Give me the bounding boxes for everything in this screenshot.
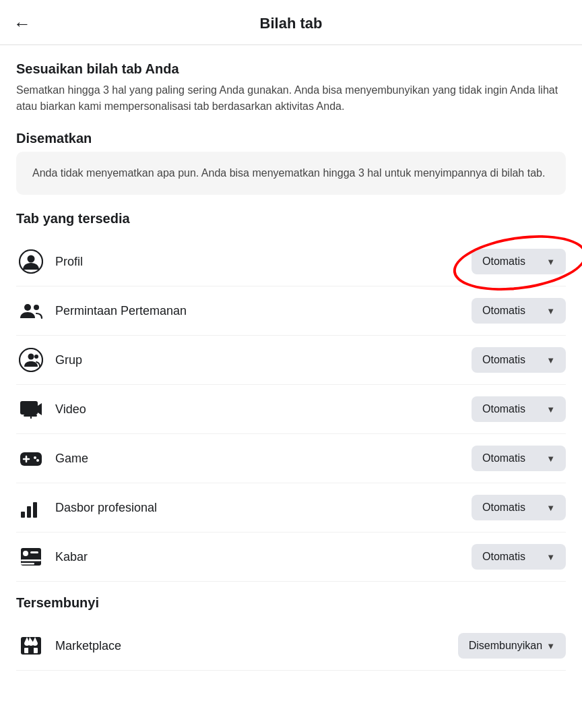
kabar-dropdown-label: Otomatis [482, 551, 525, 563]
svg-point-1 [28, 255, 35, 263]
svg-point-14 [34, 456, 36, 459]
tab-label-friends: Permintaan Pertemanan [55, 304, 187, 318]
svg-rect-17 [27, 506, 31, 518]
page-title: Bilah tab [260, 15, 323, 32]
svg-point-15 [36, 459, 39, 462]
tab-label-marketplace: Marketplace [55, 639, 121, 653]
svg-point-3 [34, 305, 39, 310]
tab-item-game: Game Otomatis ▼ [16, 434, 566, 483]
tab-label-kabar: Kabar [55, 550, 88, 564]
video-icon [16, 394, 46, 424]
dashboard-dropdown-arrow: ▼ [546, 503, 555, 513]
tab-label-dashboard: Dasbor profesional [55, 501, 157, 515]
svg-marker-8 [38, 403, 42, 415]
kabar-dropdown-arrow: ▼ [546, 552, 555, 562]
available-tabs-section: Tab yang tersedia Profil Otomatis ▼ [16, 211, 566, 582]
tab-label-grup: Grup [55, 353, 82, 367]
marketplace-icon [16, 631, 46, 661]
tab-label-video: Video [55, 402, 86, 417]
tab-item-friends: Permintaan Pertemanan Otomatis ▼ [16, 286, 566, 336]
svg-rect-18 [33, 502, 37, 518]
svg-rect-22 [21, 559, 41, 562]
game-dropdown[interactable]: Otomatis ▼ [472, 446, 566, 471]
friends-icon [16, 296, 46, 326]
customize-section: Sesuaikan bilah tab Anda Sematkan hingga… [16, 61, 566, 115]
profil-dropdown[interactable]: Otomatis ▼ [472, 249, 566, 274]
game-dropdown-arrow: ▼ [546, 454, 555, 464]
pinned-empty-text: Anda tidak menyematkan apa pun. Anda bis… [32, 165, 550, 181]
svg-point-5 [28, 354, 34, 360]
friends-dropdown[interactable]: Otomatis ▼ [472, 298, 566, 324]
friends-dropdown-label: Otomatis [482, 305, 525, 317]
svg-rect-9 [24, 415, 37, 417]
tab-item-grup: Grup Otomatis ▼ [16, 336, 566, 385]
profil-dropdown-wrapper: Otomatis ▼ ↗ [472, 249, 566, 274]
content: Sesuaikan bilah tab Anda Sematkan hingga… [0, 45, 582, 698]
svg-rect-16 [21, 512, 25, 518]
svg-point-2 [24, 304, 31, 311]
dashboard-icon [16, 493, 46, 522]
pinned-section: Disematkan Anda tidak menyematkan apa pu… [16, 131, 566, 195]
svg-rect-26 [28, 648, 34, 653]
grup-dropdown-arrow: ▼ [546, 355, 555, 365]
dashboard-dropdown-label: Otomatis [482, 502, 525, 514]
video-dropdown[interactable]: Otomatis ▼ [472, 396, 566, 422]
tab-item-dashboard: Dasbor profesional Otomatis ▼ [16, 483, 566, 533]
tab-item-kabar: Kabar Otomatis ▼ [16, 533, 566, 582]
friends-dropdown-arrow: ▼ [546, 306, 555, 316]
hidden-tabs-title: Tersembunyi [16, 595, 566, 611]
game-dropdown-label: Otomatis [482, 452, 525, 464]
video-dropdown-label: Otomatis [482, 403, 525, 415]
kabar-dropdown[interactable]: Otomatis ▼ [472, 544, 566, 570]
tab-item-video: Video Otomatis ▼ [16, 385, 566, 434]
grup-icon [16, 345, 46, 375]
video-dropdown-arrow: ▼ [546, 404, 555, 415]
tab-item-profil: Profil Otomatis ▼ ↗ [16, 237, 566, 286]
tab-item-marketplace: Marketplace Disembunyikan ▼ [16, 621, 566, 671]
profile-icon [16, 247, 46, 276]
svg-rect-23 [21, 563, 34, 565]
svg-point-6 [34, 355, 38, 359]
marketplace-dropdown[interactable]: Disembunyikan ▼ [458, 633, 566, 659]
dashboard-dropdown[interactable]: Otomatis ▼ [472, 495, 566, 520]
hidden-tabs-section: Tersembunyi Marketplace Disembunyi [16, 595, 566, 671]
profil-dropdown-label: Otomatis [482, 255, 525, 268]
svg-point-4 [20, 348, 42, 371]
svg-rect-7 [20, 401, 38, 415]
tab-label-game: Game [55, 452, 88, 466]
available-tabs-title: Tab yang tersedia [16, 211, 566, 226]
svg-rect-21 [30, 551, 38, 553]
back-button[interactable]: ← [13, 12, 36, 35]
kabar-icon [16, 542, 46, 572]
profil-dropdown-arrow: ▼ [546, 257, 555, 267]
grup-dropdown[interactable]: Otomatis ▼ [472, 347, 566, 373]
customize-desc: Sematkan hingga 3 hal yang paling sering… [16, 82, 566, 115]
marketplace-dropdown-arrow: ▼ [546, 641, 555, 651]
header: ← Bilah tab [0, 0, 582, 45]
pinned-title: Disematkan [16, 131, 566, 146]
pinned-empty-box: Anda tidak menyematkan apa pun. Anda bis… [16, 152, 566, 195]
customize-title: Sesuaikan bilah tab Anda [16, 61, 566, 77]
grup-dropdown-label: Otomatis [482, 354, 525, 366]
svg-point-20 [23, 551, 28, 556]
tab-label-profil: Profil [55, 255, 83, 269]
marketplace-dropdown-label: Disembunyikan [469, 640, 542, 652]
game-icon [16, 444, 46, 473]
